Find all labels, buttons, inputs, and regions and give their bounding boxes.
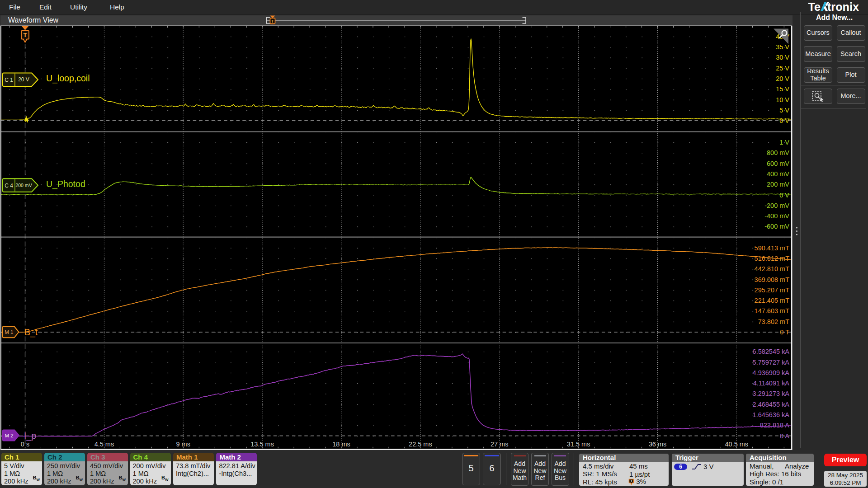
svg-text:31.5 ms: 31.5 ms <box>567 441 590 448</box>
svg-text:1 V: 1 V <box>779 139 789 146</box>
svg-text:800 mV: 800 mV <box>767 149 789 156</box>
svg-text:6.582545 kA: 6.582545 kA <box>753 348 790 355</box>
svg-text:400 mV: 400 mV <box>767 170 789 178</box>
svg-text:U_loop,coil: U_loop,coil <box>46 73 90 84</box>
svg-text:9 ms: 9 ms <box>176 441 190 448</box>
svg-text:0 A: 0 A <box>780 432 789 440</box>
svg-text:0 V: 0 V <box>779 192 789 199</box>
svg-text:221.405 mT: 221.405 mT <box>755 297 790 304</box>
svg-text:200 mV: 200 mV <box>767 181 789 188</box>
svg-text:U_Photod: U_Photod <box>46 179 85 189</box>
svg-text:822.818 A: 822.818 A <box>760 422 790 429</box>
svg-text:0 V: 0 V <box>779 117 789 124</box>
svg-text:-200 mV: -200 mV <box>764 202 789 209</box>
svg-text:15 V: 15 V <box>776 85 789 93</box>
svg-text:73.802 mT: 73.802 mT <box>758 318 789 325</box>
svg-text:I_p: I_p <box>24 431 36 441</box>
svg-text:13.5 ms: 13.5 ms <box>250 441 274 448</box>
svg-text:20 V: 20 V <box>776 75 789 82</box>
svg-text:40.5 ms: 40.5 ms <box>725 441 749 448</box>
svg-text:2.468455 kA: 2.468455 kA <box>753 401 790 408</box>
svg-text:36 ms: 36 ms <box>649 441 667 448</box>
svg-text:10 V: 10 V <box>776 96 789 103</box>
svg-text:4.5 ms: 4.5 ms <box>94 441 114 448</box>
svg-text:22.5 ms: 22.5 ms <box>409 441 432 448</box>
svg-text:18 ms: 18 ms <box>332 441 350 448</box>
svg-text:tronix: tronix <box>827 1 859 13</box>
svg-text:-600 mV: -600 mV <box>764 223 789 230</box>
svg-text:295.207 mT: 295.207 mT <box>755 286 790 294</box>
svg-text:C 4: C 4 <box>5 183 13 189</box>
svg-text:590.413 mT: 590.413 mT <box>755 244 790 252</box>
svg-text:0 s: 0 s <box>21 441 29 448</box>
svg-text:27 ms: 27 ms <box>491 441 509 448</box>
svg-text:40 V: 40 V <box>776 33 789 40</box>
svg-text:B_t: B_t <box>24 327 38 338</box>
svg-text:369.008 mT: 369.008 mT <box>755 276 790 283</box>
svg-text:M 1: M 1 <box>5 329 13 335</box>
svg-text:0 T: 0 T <box>780 328 789 336</box>
svg-text:35 V: 35 V <box>776 43 789 51</box>
svg-text:25 V: 25 V <box>776 65 789 72</box>
svg-text:Te: Te <box>808 1 821 13</box>
svg-text:M 2: M 2 <box>5 433 13 438</box>
svg-text:30 V: 30 V <box>776 54 789 61</box>
svg-text:4.114091 kA: 4.114091 kA <box>753 380 790 387</box>
svg-text:200 mV: 200 mV <box>15 183 32 188</box>
svg-text:T: T <box>630 479 632 483</box>
svg-text:442.810 mT: 442.810 mT <box>755 265 790 272</box>
svg-text:516.612 mT: 516.612 mT <box>755 255 790 262</box>
svg-text:147.603 mT: 147.603 mT <box>755 307 790 314</box>
svg-text:600 mV: 600 mV <box>767 160 789 167</box>
svg-text:5.759727 kA: 5.759727 kA <box>753 359 790 366</box>
svg-text:5 V: 5 V <box>779 107 789 114</box>
svg-text:T: T <box>23 32 27 38</box>
svg-text:3.291273 kA: 3.291273 kA <box>753 390 790 397</box>
svg-text:C 1: C 1 <box>5 77 13 83</box>
svg-text:4.936909 kA: 4.936909 kA <box>753 369 790 376</box>
svg-text:-400 mV: -400 mV <box>764 212 789 220</box>
svg-text:1.645636 kA: 1.645636 kA <box>753 411 790 418</box>
svg-text:20 V: 20 V <box>18 76 29 83</box>
